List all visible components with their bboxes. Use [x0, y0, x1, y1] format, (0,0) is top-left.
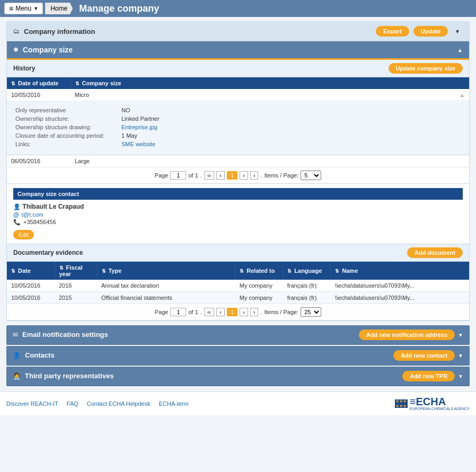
col-type[interactable]: Type [97, 262, 235, 280]
page-1-btn[interactable]: 1 [227, 171, 237, 180]
ev-language: français (fr) [283, 280, 331, 292]
export-button[interactable]: Export [376, 26, 409, 37]
contacts-actions: Add new contact [393, 350, 463, 361]
sort-related-icon [240, 268, 245, 274]
row-size: Micro [70, 89, 469, 101]
tpr-section[interactable]: 🧑‍💼 Third party representatives Add new … [6, 367, 470, 386]
email-notification-left: Email notification settings [13, 331, 108, 339]
top-nav: Menu ▼ Home Manage company [0, 0, 476, 17]
page-input[interactable] [170, 171, 186, 180]
history-bar: History Update company size [7, 58, 469, 77]
email-expand-icon[interactable] [458, 331, 463, 339]
next-next-btn[interactable]: › [250, 171, 259, 180]
add-notification-button[interactable]: Add new notification address [359, 329, 455, 340]
tpr-expand-icon[interactable] [458, 372, 463, 380]
history-table: Date of update Company size 10/05/2016 M… [7, 77, 469, 102]
contact-email: @ t@t.com [13, 211, 463, 218]
sme-website-link[interactable]: SME website [121, 141, 155, 147]
col-fiscal[interactable]: Fiscal year [55, 262, 97, 280]
update-company-size-button[interactable]: Update company size [389, 63, 463, 74]
table-row[interactable]: 10/05/2016 2016 Annual tax declaration M… [7, 280, 469, 292]
drawing-label: Ownership structure drawing: [15, 124, 121, 130]
dot1: . [200, 309, 202, 315]
ev-name: \\echa\data\users\u07093\My... [331, 291, 469, 304]
detail-links: Links: SME website [15, 141, 461, 147]
closure-label: Closure date of accounting period: [15, 132, 121, 139]
col-name[interactable]: Name [331, 262, 469, 280]
prev-btn-2[interactable]: ‹ [216, 308, 225, 316]
items-per-page-select[interactable]: 5 10 25 [301, 171, 321, 180]
email-notification-section[interactable]: Email notification settings Add new noti… [6, 325, 470, 345]
ev-date: 10/05/2016 [7, 291, 55, 304]
faq-link[interactable]: FAQ [67, 400, 78, 407]
evidence-header-bar: Documentary evidence Add document [7, 244, 469, 262]
dropdown-arrow-icon[interactable]: ▼ [452, 27, 463, 36]
sort-name-icon [335, 268, 340, 274]
ev-language: français (fr) [283, 291, 331, 304]
row-expand-btn[interactable] [460, 92, 465, 98]
sort-size-icon [75, 80, 81, 86]
snowflake-icon [13, 46, 19, 54]
links-label: Links: [15, 141, 121, 147]
echa-term-link[interactable]: ECHA-term [159, 400, 189, 407]
closure-value: 1 May [121, 132, 137, 139]
menu-dropdown-icon: ▼ [33, 6, 38, 11]
prev-prev-btn[interactable]: ‹‹ [204, 171, 214, 180]
add-document-button[interactable]: Add document [407, 247, 463, 258]
col-related[interactable]: Related to [235, 262, 283, 280]
person-icon [13, 203, 21, 210]
ev-related: My company [235, 291, 283, 304]
table-row[interactable]: 10/05/2016 Micro [7, 89, 469, 101]
envelope-icon [13, 331, 18, 339]
col-language[interactable]: Language [283, 262, 331, 280]
ev-name: \\echa\data\users\u07093\My... [331, 280, 469, 292]
company-size-contact-section: Company size contact Thibault Le Crapaud… [7, 184, 469, 244]
prev-prev-btn-2[interactable]: ‹‹ [204, 308, 214, 316]
ev-fiscal: 2015 [55, 291, 97, 304]
only-rep-label: Only representative [15, 107, 121, 113]
discover-reach-link[interactable]: Discover REACH-IT [6, 400, 58, 407]
next-btn-2[interactable]: › [240, 308, 248, 316]
contacts-section[interactable]: Contacts Add new contact [6, 346, 470, 366]
tpr-title: Third party representatives [25, 372, 114, 380]
of-label: of 1 [188, 172, 198, 179]
contacts-expand-icon[interactable] [458, 352, 463, 359]
company-size-collapse-icon[interactable] [457, 46, 463, 54]
ev-date: 10/05/2016 [7, 280, 55, 292]
pagination-bar-2: Page of 1 . ‹‹ ‹ 1 › › . Items / Page: 2… [7, 304, 469, 320]
company-size-header-left: Company size [13, 46, 73, 54]
next-next-btn-2[interactable]: › [250, 308, 259, 316]
col-date[interactable]: Date of update [7, 77, 70, 89]
drawing-link[interactable]: Entreprise.jpg [121, 124, 157, 130]
company-size-header[interactable]: Company size [7, 41, 469, 58]
contact-phone: 📞 +358456456 [13, 219, 463, 226]
contact-header: Company size contact [13, 188, 463, 200]
ev-type: Annual tax declaration [97, 280, 235, 292]
table-row[interactable]: 10/05/2016 2015 Official financial state… [7, 291, 469, 304]
detail-drawing: Ownership structure drawing: Entreprise.… [15, 124, 461, 130]
add-tpr-button[interactable]: Add new TPR [402, 371, 455, 381]
evidence-table: Date Fiscal year Type [7, 262, 469, 304]
col-size[interactable]: Company size [70, 77, 469, 89]
page-title: Manage company [79, 3, 159, 14]
update-button[interactable]: Update [413, 26, 448, 37]
prev-btn[interactable]: ‹ [216, 171, 225, 180]
menu-button[interactable]: Menu ▼ [4, 3, 43, 14]
items-per-page-select-2[interactable]: 25 50 [301, 307, 321, 317]
next-btn[interactable]: › [240, 171, 248, 180]
company-size-title: Company size [23, 46, 73, 54]
page-input-2[interactable] [170, 308, 186, 316]
sort-fiscal-icon [59, 264, 65, 271]
add-contact-button[interactable]: Add new contact [393, 350, 455, 361]
page-1-btn-2[interactable]: 1 [227, 308, 237, 316]
home-button[interactable]: Home [45, 3, 73, 14]
pagination-bar-1: Page of 1 . ‹‹ ‹ 1 › › . Items / Page: 5… [7, 167, 469, 184]
at-icon: @ [13, 211, 19, 218]
edit-button[interactable]: Edit [13, 230, 34, 239]
dot1: . [200, 172, 202, 179]
table-row[interactable]: 06/05/2016 Large [7, 155, 469, 167]
menu-label: Menu [15, 5, 31, 12]
contact-helpdesk-link[interactable]: Contact ECHA Helpdesk [87, 400, 151, 407]
company-info-header: Company information Export Update ▼ [7, 22, 469, 41]
col-date[interactable]: Date [7, 262, 55, 280]
